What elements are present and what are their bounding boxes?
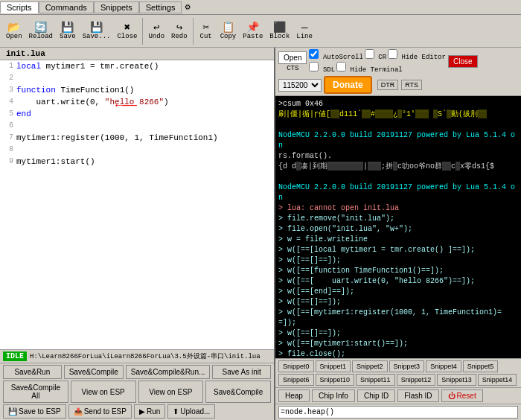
snippet-button-5[interactable]: Snippet5: [463, 360, 499, 372]
cts-label: CTS: [287, 65, 298, 72]
code-line-1: 1local mytimer1 = tmr.create(): [1, 62, 272, 74]
send-to-esp-button[interactable]: 📤 Send to ESP: [68, 404, 132, 419]
save-to-esp-label: Save to ESP: [19, 407, 61, 416]
terminal-line: > lua: cannot open init.lua: [278, 203, 518, 214]
line-label: Line: [296, 33, 313, 40]
terminal-line: > w([==[]==]);: [278, 255, 518, 266]
settings-icon[interactable]: ⚙: [182, 1, 193, 13]
copy-icon: 📋: [222, 22, 234, 33]
line-code: end: [16, 109, 272, 121]
code-line-6: 6: [1, 121, 272, 133]
line-number: 2: [1, 74, 16, 86]
cr-checkbox[interactable]: [365, 49, 374, 59]
tab-snippets[interactable]: Snippets: [94, 1, 139, 13]
editor-tab[interactable]: init.lua: [0, 48, 274, 60]
save-compile-run-button[interactable]: Save&Compile&Run...: [126, 365, 211, 379]
undo-icon: ↩: [153, 22, 159, 33]
snippet-button-2[interactable]: Snippet2: [352, 360, 388, 372]
rts-button[interactable]: RTS: [401, 80, 422, 90]
open-port-button[interactable]: Open: [278, 51, 307, 64]
line-number: 8: [1, 145, 16, 157]
copy-label: Copy: [220, 33, 237, 40]
editor-content[interactable]: ←—— 1local mytimer1 = tmr.create()23func…: [0, 60, 274, 349]
sdl-checkbox[interactable]: [309, 62, 319, 71]
snippet-button-4[interactable]: Snippet4: [426, 360, 461, 372]
upload-label: Upload...: [180, 407, 210, 416]
line-button[interactable]: — Line: [293, 20, 316, 42]
view-on-esp-button-2[interactable]: View on ESP: [138, 381, 204, 403]
reload-button[interactable]: 🔄 Reload: [26, 20, 56, 42]
status-bar: IDLE H:\Learn8266ForLua\iLearn8266ForLua…: [0, 349, 274, 363]
dtr-button[interactable]: DTR: [377, 80, 399, 90]
close-port-button[interactable]: Close: [448, 55, 478, 68]
donate-button[interactable]: Donate: [324, 76, 372, 94]
close-button[interactable]: ✖ Close: [114, 20, 140, 42]
code-line-9: 9mytimer1:start(): [1, 157, 272, 169]
tab-scripts[interactable]: Scripts: [0, 1, 39, 13]
copy-button[interactable]: 📋 Copy: [217, 20, 240, 42]
upload-button[interactable]: ⬆ Upload...: [167, 404, 215, 419]
save-compile-button-2[interactable]: Save&Compile: [205, 381, 271, 403]
snippet-button-6[interactable]: Snippet6: [278, 374, 314, 386]
block-button[interactable]: ⬛ Block: [266, 20, 293, 42]
reset-button[interactable]: ⏻ Reset: [441, 389, 483, 402]
line-code: [16, 74, 272, 86]
hide-terminal-checkbox[interactable]: [336, 62, 346, 71]
flash-id-button[interactable]: Flash ID: [397, 389, 438, 402]
snippet-button-3[interactable]: Snippet3: [389, 360, 425, 372]
redo-button[interactable]: ↪ Redo: [168, 20, 191, 42]
terminal-line: {d d▒凑|到期▒▒▒▒▒▒▒▒|▒▒▒;拼▒c叻oo爷no群▒▒c▒x零ds…: [278, 162, 518, 172]
file-path: H:\Learn8266ForLua\iLearn8266ForLua\3.5外…: [30, 351, 260, 361]
save-as-button[interactable]: 💾 Save...: [80, 20, 114, 42]
code-line-4: 4 uart.write(0, "hello 8266"): [1, 98, 272, 109]
dtr-rts-area: DTR RTS: [377, 80, 422, 90]
terminal-pane: Open CTS AutoScroll CR Hide Editor SDL H…: [275, 48, 521, 420]
save-as-init-button[interactable]: Save As init: [212, 365, 271, 379]
line-number: 4: [1, 98, 16, 109]
snippet-button-0[interactable]: Snippet0: [278, 360, 314, 372]
save-compile-button[interactable]: Save&Compile: [64, 365, 124, 379]
baud-rate-select[interactable]: 115200: [278, 79, 322, 92]
run-button[interactable]: ▶ Run: [134, 404, 165, 419]
line-code: [16, 121, 272, 133]
terminal-line: > w([==[]==]);: [278, 328, 518, 339]
save-icon: 💾: [61, 22, 74, 33]
open-button[interactable]: 📂 Open: [3, 20, 25, 42]
autoscroll-checkbox[interactable]: [309, 49, 319, 59]
view-on-esp-button-1[interactable]: View on ESP: [71, 381, 136, 403]
terminal-output[interactable]: >csum 0x46刷|僵|循|ŗ値[▒▒d111`▒▒#▒▒▒▒¿▒°1'▒▒…: [275, 96, 521, 358]
snippet-button-11[interactable]: Snippet14: [478, 374, 517, 386]
editor-pane: init.lua ←—— 1local mytimer1 = tmr.creat…: [0, 48, 275, 420]
cut-button[interactable]: ✂ Cut: [196, 20, 217, 42]
snippet-button-8[interactable]: Snippet11: [356, 374, 395, 386]
close-icon: ✖: [124, 22, 130, 33]
save-as-icon: 💾: [90, 22, 103, 33]
line-code: local mytimer1 = tmr.create(): [16, 62, 272, 74]
bottom-buttons: Save&Run Save&Compile Save&Compile&Run..…: [0, 363, 274, 420]
arrow-indicator: ←——: [115, 99, 137, 112]
hide-editor-checkbox[interactable]: [388, 49, 397, 59]
snippet-button-10[interactable]: Snippet13: [437, 374, 476, 386]
hide-editor-label: Hide Editor: [388, 49, 446, 61]
tab-settings[interactable]: Settings: [139, 1, 182, 13]
chip-id-button[interactable]: Chip ID: [357, 389, 395, 402]
chip-info-button[interactable]: Chip Info: [312, 389, 355, 402]
save-button[interactable]: 💾 Save: [57, 20, 79, 42]
undo-button[interactable]: ↩ Undo: [145, 20, 167, 42]
save-to-esp-button[interactable]: 💾 Save to ESP: [3, 404, 66, 419]
redo-label: Redo: [171, 33, 188, 40]
snippet-button-9[interactable]: Snippet12: [397, 374, 436, 386]
save-compile-all-button[interactable]: Save&Compile All: [3, 381, 68, 403]
snippet-button-1[interactable]: Snippet1: [316, 360, 351, 372]
tab-commands[interactable]: Commands: [39, 1, 94, 13]
save-run-button[interactable]: Save&Run: [3, 365, 62, 379]
line-icon: —: [301, 22, 307, 33]
idle-badge: IDLE: [3, 351, 27, 361]
heap-button[interactable]: Heap: [278, 389, 310, 402]
cut-label: Cut: [200, 33, 212, 40]
cmd-input-field[interactable]: [278, 406, 518, 419]
snippet-bar: Snippet0Snippet1Snippet2Snippet3Snippet4…: [275, 358, 521, 387]
snippet-button-7[interactable]: Snippet10: [316, 374, 355, 386]
terminal-line: > w([==[ uart.write(0, "hello 8266")==])…: [278, 276, 518, 287]
paste-button[interactable]: 📌 Paste: [240, 20, 266, 42]
